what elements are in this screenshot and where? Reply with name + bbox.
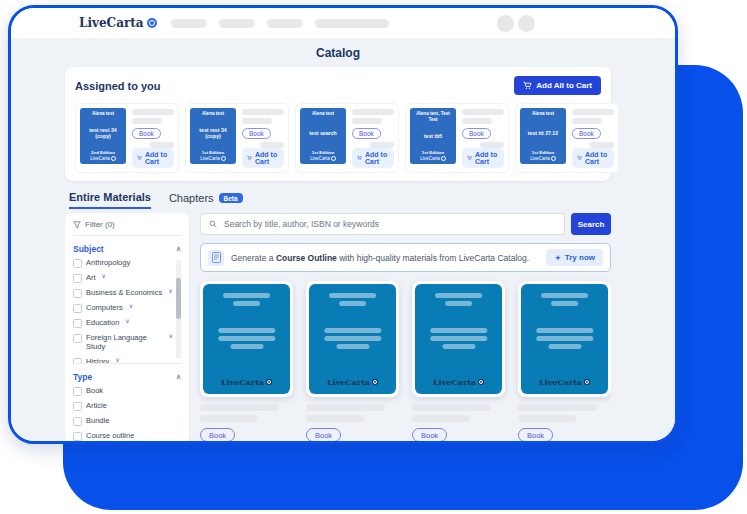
livecarta-logo[interactable]: LiveCarta bbox=[79, 16, 157, 30]
filter-option-foreign-language-study[interactable]: Foreign Language Study∨ bbox=[73, 333, 173, 352]
checkbox[interactable] bbox=[73, 274, 82, 283]
catalog-book-card[interactable]: LiveCarta Book bbox=[412, 281, 505, 444]
checkbox[interactable] bbox=[73, 334, 82, 343]
chevron-down-icon: ∨ bbox=[102, 273, 106, 281]
top-navigation-bar: LiveCarta bbox=[11, 8, 675, 38]
search-input[interactable] bbox=[222, 218, 556, 230]
add-to-cart-button[interactable]: Add to Cart bbox=[132, 148, 174, 168]
banner-text: Generate a Course Outline with high-qual… bbox=[231, 253, 529, 263]
add-to-cart-button[interactable]: Add to Cart bbox=[462, 148, 504, 168]
add-all-to-cart-button[interactable]: Add All to Cart bbox=[514, 76, 601, 95]
book-cover: Alena test, Test Test test tb5 1st Editi… bbox=[410, 108, 456, 164]
placeholder-line bbox=[132, 109, 174, 115]
checkbox[interactable] bbox=[73, 402, 82, 411]
try-now-button[interactable]: Try now bbox=[546, 249, 603, 266]
tab-entire-materials[interactable]: Entire Materials bbox=[69, 191, 151, 209]
assigned-book-card[interactable]: Alena test test rest 34 (copy) 2nd Editi… bbox=[75, 103, 179, 173]
filter-option-course-outline[interactable]: Course outline bbox=[73, 431, 173, 441]
add-to-cart-button[interactable]: Add to Cart bbox=[572, 148, 614, 168]
assigned-heading: Assigned to you bbox=[75, 80, 161, 92]
placeholder-line bbox=[200, 404, 279, 411]
cart-icon bbox=[467, 154, 472, 162]
filter-option-article[interactable]: Article bbox=[73, 401, 173, 411]
assigned-book-card[interactable]: Alena test test ttt 27.12 1st Edition Li… bbox=[515, 103, 619, 173]
cover-brand: LiveCarta bbox=[522, 156, 564, 161]
cover-brand: LiveCarta bbox=[82, 156, 124, 161]
add-to-cart-button[interactable]: Add to Cart bbox=[242, 148, 284, 168]
checkbox[interactable] bbox=[73, 358, 82, 364]
scrollbar-thumb[interactable] bbox=[176, 278, 181, 320]
placeholder-line bbox=[242, 118, 272, 124]
catalog-book-card[interactable]: LiveCarta Book bbox=[200, 281, 293, 444]
catalog-book-card[interactable]: LiveCarta Book bbox=[306, 281, 399, 444]
placeholder-line bbox=[518, 415, 576, 422]
book-type-badge: Book bbox=[572, 128, 601, 139]
catalog-book-grid: LiveCarta Book bbox=[200, 281, 611, 444]
catalog-book-card[interactable]: LiveCarta Book bbox=[518, 281, 611, 444]
stage: LiveCarta Catalog Assigned to you bbox=[0, 0, 747, 514]
filter-option-business-economics[interactable]: Business & Economics∨ bbox=[73, 288, 173, 298]
nav-item-placeholder[interactable] bbox=[171, 19, 207, 28]
book-type-badge: Book bbox=[242, 128, 271, 139]
nav-item-placeholder[interactable] bbox=[267, 19, 303, 28]
chevron-down-icon: ∨ bbox=[168, 288, 172, 296]
cart-icon bbox=[357, 154, 362, 162]
cover-brand: LiveCarta bbox=[192, 156, 234, 161]
add-to-cart-button[interactable]: Add to Cart bbox=[352, 148, 394, 168]
filter-option-history[interactable]: History∨ bbox=[73, 357, 173, 364]
placeholder-line bbox=[352, 118, 382, 124]
search-button[interactable]: Search bbox=[571, 213, 611, 235]
assigned-book-card[interactable]: Alena test, Test Test test tb5 1st Editi… bbox=[405, 103, 509, 173]
checkbox[interactable] bbox=[73, 259, 82, 268]
assigned-to-you-card: Assigned to you Add All to Cart Alena te… bbox=[65, 67, 611, 181]
filter-option-anthropology[interactable]: Anthropology bbox=[73, 258, 173, 268]
assigned-book-card[interactable]: Alena test test search 1st Edition LiveC… bbox=[295, 103, 399, 173]
cover-brand: LiveCarta bbox=[412, 156, 454, 161]
book-cover: Alena test test search 1st Edition LiveC… bbox=[300, 108, 346, 164]
placeholder-line bbox=[200, 415, 258, 422]
filter-option-computers[interactable]: Computers∨ bbox=[73, 303, 173, 313]
filter-option-education[interactable]: Education∨ bbox=[73, 318, 173, 328]
chevron-up-icon: ∧ bbox=[176, 245, 181, 253]
filter-option-bundle[interactable]: Bundle bbox=[73, 416, 173, 426]
filter-option-book[interactable]: Book bbox=[73, 386, 173, 396]
checkbox[interactable] bbox=[73, 304, 82, 313]
nav-placeholder-group bbox=[171, 19, 389, 28]
avatar-placeholder[interactable] bbox=[518, 15, 535, 32]
document-icon bbox=[208, 250, 224, 266]
page-title: Catalog bbox=[65, 46, 611, 60]
placeholder-line bbox=[462, 118, 492, 124]
cover-brand: LiveCarta bbox=[309, 377, 396, 387]
checkbox[interactable] bbox=[73, 432, 82, 441]
book-type-badge: Book bbox=[306, 428, 341, 442]
placeholder-line bbox=[572, 118, 602, 124]
beta-badge: Beta bbox=[219, 193, 243, 203]
checkbox[interactable] bbox=[73, 319, 82, 328]
nav-item-placeholder[interactable] bbox=[219, 19, 255, 28]
nav-item-placeholder[interactable] bbox=[315, 19, 389, 28]
catalog-tabs: Entire Materials Chapters Beta bbox=[65, 191, 611, 209]
placeholder-line bbox=[412, 404, 491, 411]
placeholder-line bbox=[412, 415, 470, 422]
book-type-badge: Book bbox=[518, 428, 553, 442]
assigned-book-card[interactable]: Alena test test rest 34 (copy) 1st Editi… bbox=[185, 103, 289, 173]
filter-header[interactable]: Filter (0) bbox=[73, 220, 181, 236]
book-type-badge: Book bbox=[132, 128, 161, 139]
checkbox[interactable] bbox=[73, 289, 82, 298]
placeholder-line bbox=[352, 109, 394, 115]
book-type-badge: Book bbox=[352, 128, 381, 139]
avatar-placeholder[interactable] bbox=[497, 15, 514, 32]
chevron-down-icon: ∨ bbox=[169, 333, 173, 341]
filter-section-type[interactable]: Type∧ bbox=[73, 372, 181, 382]
checkbox[interactable] bbox=[73, 417, 82, 426]
subject-list-scrollbar[interactable] bbox=[176, 260, 181, 359]
window-body: Catalog Assigned to you Add All to Cart … bbox=[11, 38, 675, 444]
tab-chapters[interactable]: Chapters Beta bbox=[169, 192, 243, 208]
book-cover: Alena test test rest 34 (copy) 2nd Editi… bbox=[80, 108, 126, 164]
logo-text: LiveCarta bbox=[79, 16, 144, 30]
cover-brand: LiveCarta bbox=[203, 377, 290, 387]
checkbox[interactable] bbox=[73, 387, 82, 396]
filter-section-subject[interactable]: Subject∧ bbox=[73, 244, 181, 254]
search-box bbox=[200, 213, 565, 235]
filter-option-art[interactable]: Art∨ bbox=[73, 273, 173, 283]
